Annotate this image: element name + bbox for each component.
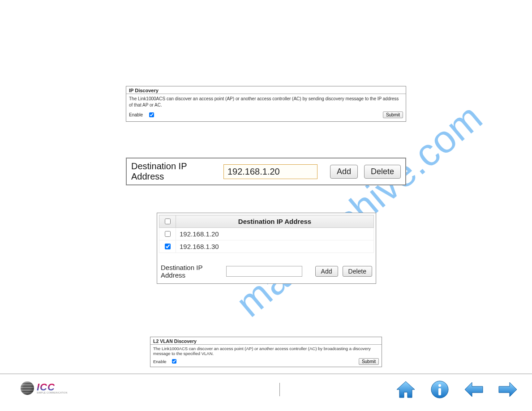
brand-logo: ICC SIMPLE COMMUNICATION [21, 381, 68, 395]
info-icon[interactable] [429, 380, 450, 399]
table-add-button[interactable]: Add [315, 266, 338, 277]
destination-ip-table-panel: Destination IP Address 192.168.1.20 192.… [157, 213, 376, 284]
l2-vlan-title: L2 VLAN Discovery [150, 337, 382, 345]
table-header-label: Destination IP Address [176, 215, 374, 228]
l2-vlan-enable-checkbox[interactable] [172, 359, 176, 364]
l2-vlan-description: The Link1000ACS can discover an access p… [150, 345, 382, 357]
arrow-left-icon[interactable] [463, 380, 485, 399]
ip-discovery-description: The Link1000ACS can discover an access p… [126, 94, 406, 109]
home-icon[interactable] [395, 380, 416, 399]
l2-vlan-discovery-panel: L2 VLAN Discovery The Link1000ACS can di… [150, 337, 382, 367]
table-row-checkbox[interactable] [165, 231, 171, 237]
svg-rect-2 [438, 388, 441, 395]
destination-ip-add-button[interactable]: Add [330, 165, 358, 179]
table-below-ip-input[interactable] [226, 266, 302, 277]
destination-ip-row-panel: Destination IP Address Add Delete [126, 158, 406, 185]
ip-discovery-title: IP Discovery [126, 86, 406, 94]
nav-icon-group [395, 380, 519, 399]
destination-ip-label: Destination IP Address [131, 161, 217, 182]
table-row-ip: 192.168.1.30 [176, 240, 374, 253]
logo-text: ICC [37, 383, 68, 392]
footer-vertical-divider [279, 383, 280, 396]
table-row: 192.168.1.30 [159, 240, 374, 253]
destination-ip-table: Destination IP Address 192.168.1.20 192.… [159, 215, 374, 253]
destination-ip-delete-button[interactable]: Delete [364, 165, 401, 179]
globe-icon [21, 381, 34, 395]
ip-discovery-enable-label: Enable [129, 112, 143, 117]
logo-subtext: SIMPLE COMMUNICATION [37, 392, 68, 394]
table-row: 192.168.1.20 [159, 228, 374, 240]
watermark-text: manualshive.com [227, 95, 491, 326]
destination-ip-input[interactable] [223, 164, 317, 179]
l2-vlan-enable-label: Enable [153, 359, 167, 364]
table-row-checkbox[interactable] [165, 244, 171, 249]
arrow-right-icon[interactable] [497, 380, 519, 399]
table-select-all-checkbox[interactable] [165, 218, 171, 224]
table-delete-button[interactable]: Delete [343, 266, 372, 277]
svg-point-1 [438, 384, 441, 387]
table-below-label: Destination IP Address [161, 264, 222, 279]
l2-vlan-submit-button[interactable]: Submit [359, 358, 379, 365]
ip-discovery-submit-button[interactable]: Submit [383, 111, 403, 118]
ip-discovery-panel: IP Discovery The Link1000ACS can discove… [126, 86, 406, 122]
ip-discovery-enable-checkbox[interactable] [149, 112, 154, 117]
table-row-ip: 192.168.1.20 [176, 228, 374, 240]
footer-divider [0, 373, 532, 374]
